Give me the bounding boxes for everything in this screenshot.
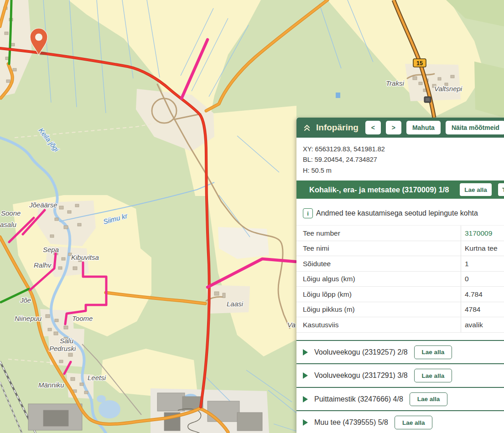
map-label-leetsi: Leetsi [88,374,106,381]
download-button[interactable]: Lae alla [460,183,492,196]
table-row: Tee number 3170009 [296,225,504,241]
row-value: 0 [461,272,504,287]
info-panel-header: Infopäring < > Mahuta Näita mõõtmeid [296,118,504,138]
map-label-partial: Va [287,321,296,329]
coordinate-h: H: 50.5 m [303,165,498,176]
expand-arrow-icon[interactable] [303,396,308,402]
collapsed-sections: Vooluveekogu (2319257) 2/8 Lae alla Vool… [296,340,504,433]
row-label: Lõigu lõpp (km) [296,290,461,299]
panel-title: Infopäring [316,123,359,133]
map-label-sepa: Sepa [43,246,59,253]
row-value: Kurtna tee [461,241,504,256]
collapsed-section[interactable]: Muu tee (4739555) 5/8 Lae alla [296,410,504,433]
map-label-kasalu: asalu [0,221,17,228]
collapsed-section[interactable]: Vooluveekogu (2317291) 3/8 Lae alla [296,363,504,387]
map-label-valtsnepi: Valtsnepi [434,85,462,93]
road-shield-label: 15 [416,60,423,67]
map-label-manniku: Männiku [38,381,64,389]
feature-section-header[interactable]: Kohalik-, era- ja metsatee (3170009) 1/8… [296,180,504,199]
info-panel: Infopäring < > Mahuta Näita mõõtmeid XY:… [296,118,504,433]
road-shield-15: 15 [413,59,426,67]
next-result-button[interactable]: > [386,121,401,134]
coordinate-bl: BL: 59.20454, 24.734827 [303,155,498,165]
map-label-traksi: Traksi [386,79,404,87]
collapsed-section-title: Puittaimestik (3247666) 4/8 [314,395,403,403]
download-button[interactable]: Lae alla [414,369,452,382]
row-value: 4.784 [461,287,504,302]
collapsed-section[interactable]: Vooluveekogu (2319257) 2/8 Lae alla [296,340,504,364]
row-label: Tee number [296,229,461,237]
row-label: Lõigu algus (km) [296,275,461,283]
row-value: 1 [461,256,504,271]
info-icon: i [303,208,313,218]
expand-arrow-icon[interactable] [303,372,308,379]
row-value: 4784 [461,302,504,317]
map-label-pedruski: Pedruski [49,345,76,352]
table-row: Lõigu pikkus (m) 4784 [296,302,504,318]
download-button[interactable]: Lae alla [395,416,433,429]
table-row: Tee nimi Kurtna tee [296,241,504,257]
collapse-chevron-icon[interactable] [303,124,311,132]
row-label: Tee nimi [296,244,461,253]
table-row: Kasutusviis avalik [296,317,504,333]
map-label-ralhv: Ralhv [34,261,52,269]
feature-info-text: Andmed tee kasutamisega seotud lepingute… [316,209,478,217]
row-value: avalik [461,317,504,332]
map-label-toome: Toome [72,314,93,322]
download-button[interactable]: Lae alla [410,392,448,406]
row-label: Lõigu pikkus (m) [296,305,461,314]
feature-more-button[interactable]: T [498,183,504,196]
map-label-kibuvitsa: Kibuvitsa [71,253,99,261]
map-label-salu: Salu [60,337,74,345]
show-measurements-button[interactable]: Näita mõõtmeid [446,121,504,134]
attribute-table: Tee number 3170009 Tee nimi Kurtna tee S… [296,225,504,333]
collapsed-section-title: Vooluveekogu (2317291) 3/8 [314,371,408,380]
map-label-joeaarse: Jõeäärse [29,201,57,209]
coordinates-block: XY: 6563129.83, 541981.82 BL: 59.20454, … [296,138,504,180]
download-button[interactable]: Lae alla [414,345,452,359]
map-label-joe: Jõe [20,296,31,304]
table-row: Lõigu lõpp (km) 4.784 [296,287,504,302]
collapsed-section[interactable]: Puittaimestik (3247666) 4/8 Lae alla [296,387,504,411]
row-value-link[interactable]: 3170009 [461,226,504,241]
table-row: Sõidutee 1 [296,256,504,272]
map-label-laasi: Laasi [227,300,244,308]
expand-arrow-icon[interactable] [303,419,308,426]
map-label-niinepuu: Niinepuu [15,314,42,322]
prev-result-button[interactable]: < [365,121,381,134]
map-label-soone: Soone [1,209,21,217]
coordinate-xy: XY: 6563129.83, 541981.82 [303,144,498,155]
collapsed-section-title: Muu tee (4739555) 5/8 [314,418,388,427]
feature-info-line: i Andmed tee kasutamisega seotud lepingu… [296,199,504,224]
row-label: Kasutusviis [296,321,461,329]
row-label: Sõidutee [296,260,461,268]
fit-button[interactable]: Mahuta [406,121,441,134]
table-row: Lõigu algus (km) 0 [296,272,504,287]
map-symbol [424,97,431,103]
expand-arrow-icon[interactable] [303,349,308,356]
feature-section-title: Kohalik-, era- ja metsatee (3170009) 1/8 [309,186,449,194]
collapsed-section-title: Vooluveekogu (2319257) 2/8 [314,348,408,356]
